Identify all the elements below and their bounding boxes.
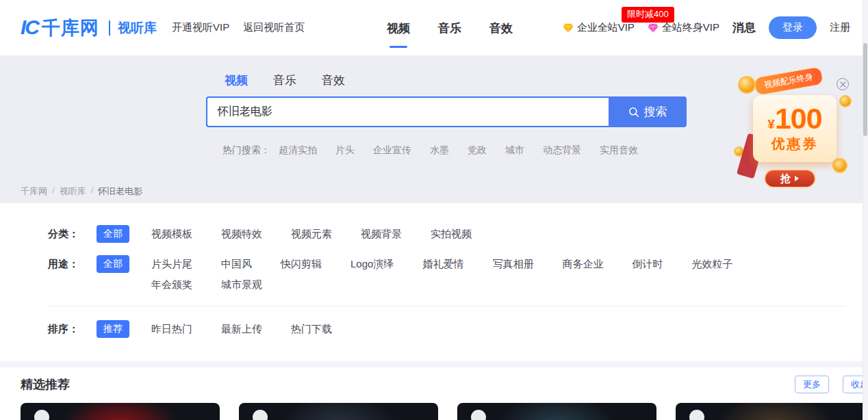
filter-item[interactable]: Logo演绎 bbox=[350, 255, 394, 273]
hot-search-item[interactable]: 企业宣传 bbox=[373, 144, 411, 157]
vip-link[interactable]: 企业全站VIP bbox=[563, 21, 635, 34]
grab-coupon-label: 抢 bbox=[780, 172, 791, 185]
filter-item[interactable]: 热门下载 bbox=[291, 320, 332, 338]
coin-icon bbox=[839, 95, 852, 107]
header-links: 开通视听VIP返回视听首页 bbox=[172, 21, 305, 34]
breadcrumb: 千库网/视听库/怀旧老电影 bbox=[21, 185, 142, 198]
header-tab[interactable]: 音效 bbox=[489, 21, 513, 36]
filter-line: 年会颁奖城市景观 bbox=[151, 276, 732, 293]
filter-item[interactable]: 片头片尾 bbox=[151, 255, 192, 273]
filter-item[interactable]: 年会颁奖 bbox=[151, 276, 192, 293]
video-thumbnail[interactable] bbox=[21, 403, 220, 420]
coupon-amount: ¥ 100 bbox=[767, 104, 821, 133]
header-link[interactable]: 开通视听VIP bbox=[172, 21, 229, 34]
filter-item[interactable]: 中国风 bbox=[221, 255, 252, 273]
coupon-label: 优惠券 bbox=[771, 135, 819, 153]
filter-item[interactable]: 视频元素 bbox=[291, 225, 332, 243]
hot-search-item[interactable]: 实用音效 bbox=[600, 144, 638, 157]
scrollbar-thumb[interactable] bbox=[863, 43, 867, 136]
search-icon bbox=[628, 107, 639, 118]
hot-search-item[interactable]: 党政 bbox=[468, 144, 487, 157]
currency-symbol: ¥ bbox=[767, 117, 775, 132]
scrollbar[interactable] bbox=[863, 0, 868, 420]
filter-label: 排序： bbox=[48, 320, 97, 338]
filter-active-button[interactable]: 全部 bbox=[97, 255, 129, 273]
breadcrumb-item[interactable]: 怀旧老电影 bbox=[98, 185, 142, 198]
filter-row: 用途：全部片头片尾中国风快闪剪辑Logo演绎婚礼爱情写真相册商务企业倒计时光效粒… bbox=[48, 255, 846, 293]
filter-item[interactable]: 城市景观 bbox=[221, 276, 262, 293]
filter-items: 视频模板视频特效视频元素视频背景实拍视频 bbox=[151, 225, 472, 243]
search-box: 搜索 bbox=[206, 96, 687, 127]
featured-title: 精选推荐 bbox=[21, 378, 70, 391]
logo-divider bbox=[109, 21, 110, 36]
promo-ribbon: 视频配乐终身 bbox=[753, 66, 824, 96]
hot-search-item[interactable]: 片头 bbox=[335, 144, 355, 157]
filter-item[interactable]: 倒计时 bbox=[632, 255, 663, 273]
filter-line: 片头片尾中国风快闪剪辑Logo演绎婚礼爱情写真相册商务企业倒计时光效粒子 bbox=[151, 255, 732, 273]
header-link[interactable]: 返回视听首页 bbox=[243, 21, 305, 34]
breadcrumb-separator: / bbox=[52, 185, 55, 198]
filter-active-button[interactable]: 推荐 bbox=[97, 320, 129, 338]
limited-discount-badge: 限时减400 bbox=[622, 7, 674, 23]
section-divider bbox=[0, 361, 868, 367]
hot-search-items: 超清实拍片头企业宣传水墨党政城市动态背景实用音效 bbox=[279, 144, 638, 157]
search-tab[interactable]: 音乐 bbox=[273, 73, 296, 88]
logo[interactable]: IC 千库网 bbox=[21, 16, 99, 40]
filter-active-button[interactable]: 全部 bbox=[97, 225, 129, 243]
video-thumbnail[interactable] bbox=[457, 403, 656, 420]
filter-items: 昨日热门最新上传热门下载 bbox=[151, 320, 332, 338]
filter-item[interactable]: 婚礼爱情 bbox=[422, 255, 463, 273]
more-button[interactable]: 更多 bbox=[795, 376, 829, 393]
filter-line: 昨日热门最新上传热门下载 bbox=[151, 320, 332, 338]
thumb-avatar bbox=[689, 410, 704, 420]
search-tab[interactable]: 音效 bbox=[322, 73, 345, 88]
filter-item[interactable]: 最新上传 bbox=[221, 320, 262, 338]
hot-search-item[interactable]: 城市 bbox=[505, 144, 524, 157]
filter-label: 分类： bbox=[48, 225, 97, 243]
messages-link[interactable]: 消息 bbox=[732, 20, 756, 36]
filter-row: 分类：全部视频模板视频特效视频元素视频背景实拍视频 bbox=[48, 225, 846, 243]
search-button[interactable]: 搜索 bbox=[609, 96, 687, 127]
filter-item[interactable]: 快闪剪辑 bbox=[281, 255, 322, 273]
header-right: 企业全站VIP全站终身VIP 消息 登录 注册 bbox=[563, 16, 850, 39]
header-tabs: 视频音乐音效 bbox=[387, 21, 513, 36]
search-tab[interactable]: 视频 bbox=[225, 73, 248, 88]
vip-links: 企业全站VIP全站终身VIP bbox=[563, 21, 719, 34]
header-tab[interactable]: 音乐 bbox=[438, 21, 461, 36]
hot-search-item[interactable]: 超清实拍 bbox=[279, 144, 317, 157]
video-thumbnail[interactable] bbox=[676, 403, 868, 420]
thumb-avatar bbox=[34, 410, 49, 420]
filter-item[interactable]: 视频模板 bbox=[151, 225, 192, 243]
vip-link-label: 全站终身VIP bbox=[662, 21, 719, 34]
filter-item[interactable]: 商务企业 bbox=[562, 255, 603, 273]
hot-search-row: 热门搜索： 超清实拍片头企业宣传水墨党政城市动态背景实用音效 bbox=[222, 144, 638, 157]
register-link[interactable]: 注册 bbox=[830, 21, 850, 34]
hot-search-item[interactable]: 水墨 bbox=[430, 144, 449, 157]
hot-search-item[interactable]: 动态背景 bbox=[543, 144, 581, 157]
thumb-avatar bbox=[253, 410, 268, 420]
grab-coupon-button[interactable]: 抢 bbox=[764, 169, 816, 188]
breadcrumb-item[interactable]: 视听库 bbox=[60, 185, 86, 198]
logo-section-label: 视听库 bbox=[118, 19, 157, 37]
filter-item[interactable]: 视频背景 bbox=[361, 225, 402, 243]
diamond-yellow-icon bbox=[563, 23, 574, 33]
search-input[interactable] bbox=[206, 96, 609, 127]
filter-item[interactable]: 视频特效 bbox=[221, 225, 262, 243]
thumbnail-row bbox=[21, 403, 868, 420]
filter-item[interactable]: 昨日热门 bbox=[151, 320, 192, 338]
promo-banner[interactable]: 视频配乐终身 ¥ 100 优惠券 抢 bbox=[737, 66, 850, 195]
filter-item[interactable]: 实拍视频 bbox=[431, 225, 472, 243]
login-button[interactable]: 登录 bbox=[769, 16, 817, 39]
filter-item[interactable]: 光效粒子 bbox=[691, 255, 732, 273]
filter-item[interactable]: 写真相册 bbox=[492, 255, 533, 273]
diamond-pink-icon bbox=[648, 23, 659, 33]
filter-line: 视频模板视频特效视频元素视频背景实拍视频 bbox=[151, 225, 472, 243]
search-tabs: 视频音乐音效 bbox=[225, 73, 345, 88]
promo-close-button[interactable] bbox=[837, 78, 849, 90]
breadcrumb-item[interactable]: 千库网 bbox=[21, 185, 47, 198]
arrow-right-icon bbox=[794, 175, 800, 182]
filter-row: 排序：推荐昨日热门最新上传热门下载 bbox=[48, 306, 846, 338]
header-tab[interactable]: 视频 bbox=[387, 21, 410, 36]
vip-link[interactable]: 全站终身VIP bbox=[648, 21, 719, 34]
video-thumbnail[interactable] bbox=[239, 403, 438, 420]
